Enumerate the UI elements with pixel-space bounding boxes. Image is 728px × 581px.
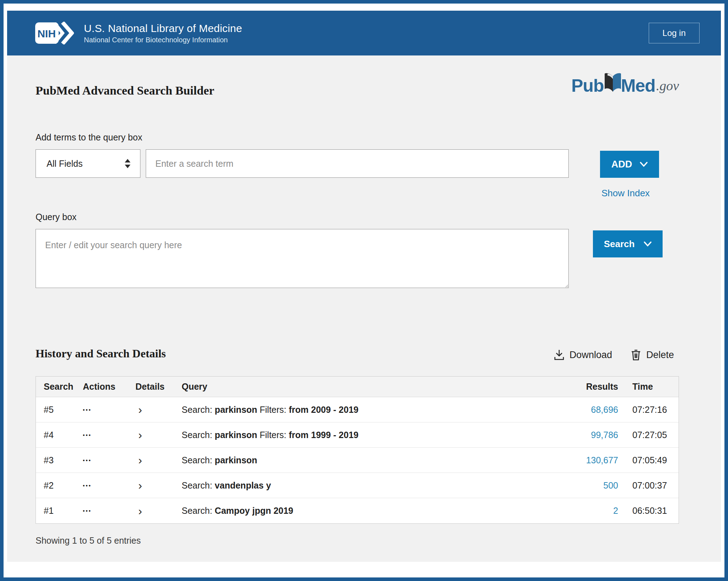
column-header-search: Search [36,382,83,392]
row-results-cell: 500 [544,480,618,491]
row-search-number: #4 [36,430,83,440]
delete-button[interactable]: Delete [631,349,674,361]
nih-logo-icon[interactable]: NIH [35,22,74,44]
header-titles: U.S. National Library of Medicine Nation… [84,22,649,44]
select-updown-icon [124,159,131,168]
login-button[interactable]: Log in [649,23,700,43]
pubmed-gov-logo[interactable]: Pub Med .gov [571,75,679,96]
row-actions-menu[interactable]: ••• [83,457,135,463]
column-header-query: Query [182,382,544,392]
row-results-link[interactable]: 2 [613,506,618,516]
row-time: 07:05:49 [618,455,679,465]
search-button-label: Search [604,239,635,250]
add-button-label: ADD [611,159,632,170]
query-prefix: Search: [182,405,215,415]
open-book-icon [603,72,622,94]
table-row: #5•••›Search: parkinson Filters: from 20… [36,397,679,422]
page-content: PubMed Advanced Search Builder Pub Med .… [7,55,721,562]
row-actions-cell: ••• [83,432,135,438]
query-box-label: Query box [36,212,76,222]
row-results-link[interactable]: 68,696 [591,405,618,415]
row-actions-menu[interactable]: ••• [83,483,135,489]
column-header-time: Time [618,382,679,392]
row-search-number: #2 [36,480,83,491]
row-details-expander[interactable]: › [135,454,182,466]
row-actions-cell: ••• [83,457,135,463]
column-header-actions: Actions [83,382,135,392]
row-query: Search: Campoy jpgn 2019 [182,506,544,516]
chevron-down-icon [644,241,652,246]
row-time: 07:27:16 [618,405,679,415]
page-title: PubMed Advanced Search Builder [36,84,214,97]
filters-value: from 1999 - 2019 [289,430,359,440]
query-box-textarea[interactable] [36,229,569,288]
row-search-number: #5 [36,405,83,415]
row-actions-menu[interactable]: ••• [83,432,135,438]
row-time: 07:27:05 [618,430,679,440]
row-details-cell: › [135,505,182,517]
trash-icon [631,349,641,361]
show-index-link[interactable]: Show Index [601,188,650,199]
row-details-cell: › [135,429,182,441]
row-results-cell: 130,677 [544,455,618,465]
pubmed-logo-pub: Pub [571,75,604,96]
query-term: parkinson [215,455,257,465]
table-row: #2•••›Search: vandenplas y50007:00:37 [36,473,679,498]
all-fields-select[interactable]: All Fields [36,149,140,178]
add-terms-label: Add terms to the query box [36,132,142,143]
search-button[interactable]: Search [593,230,663,257]
row-actions-cell: ••• [83,483,135,489]
top-header-bar: NIH U.S. National Library of Medicine Na… [7,11,721,55]
row-results-link[interactable]: 500 [603,480,618,490]
column-header-details: Details [135,382,182,392]
download-icon [554,349,564,361]
history-actions: Download Delete [554,349,674,361]
table-header-row: Search Actions Details Query Results Tim… [36,377,679,397]
search-term-input[interactable] [146,149,569,178]
row-time: 07:00:37 [618,480,679,491]
row-details-expander[interactable]: › [135,505,182,517]
row-search-number: #3 [36,455,83,465]
row-actions-menu[interactable]: ••• [83,508,135,514]
query-prefix: Search: [182,506,215,516]
row-details-expander[interactable]: › [135,480,182,491]
pubmed-logo-gov: .gov [656,78,679,94]
row-results-cell: 68,696 [544,405,618,415]
org-subtitle: National Center for Biotechnology Inform… [84,36,649,44]
table-row: #3•••›Search: parkinson130,67707:05:49 [36,448,679,473]
query-prefix: Search: [182,430,215,440]
entries-summary: Showing 1 to 5 of 5 entries [36,535,141,546]
download-label: Download [569,350,612,361]
row-query: Search: vandenplas y [182,480,544,491]
table-row: #4•••›Search: parkinson Filters: from 19… [36,422,679,448]
row-details-expander[interactable]: › [135,429,182,441]
delete-label: Delete [646,350,674,361]
query-term: parkinson [215,430,257,440]
download-button[interactable]: Download [554,349,612,361]
row-results-cell: 2 [544,506,618,516]
history-section-title: History and Search Details [36,347,166,360]
row-details-expander[interactable]: › [135,404,182,415]
row-query: Search: parkinson [182,455,544,465]
row-results-link[interactable]: 130,677 [586,455,618,465]
query-term: vandenplas y [215,480,271,490]
row-details-cell: › [135,480,182,491]
row-actions-menu[interactable]: ••• [83,407,135,413]
table-body: #5•••›Search: parkinson Filters: from 20… [36,397,679,523]
svg-text:NIH: NIH [37,28,56,39]
row-search-number: #1 [36,506,83,516]
row-details-cell: › [135,404,182,415]
add-button[interactable]: ADD [600,151,659,178]
column-header-results: Results [544,382,618,392]
pubmed-logo-med: Med [621,75,655,96]
row-query: Search: parkinson Filters: from 1999 - 2… [182,430,544,440]
query-prefix: Search: [182,480,215,490]
row-results-link[interactable]: 99,786 [591,430,618,440]
query-term: parkinson [215,405,257,415]
history-table: Search Actions Details Query Results Tim… [36,376,679,524]
filters-label: Filters: [257,430,289,440]
row-actions-cell: ••• [83,407,135,413]
org-title: U.S. National Library of Medicine [84,22,649,34]
chevron-down-icon [640,162,648,167]
all-fields-selected-value: All Fields [47,159,82,169]
